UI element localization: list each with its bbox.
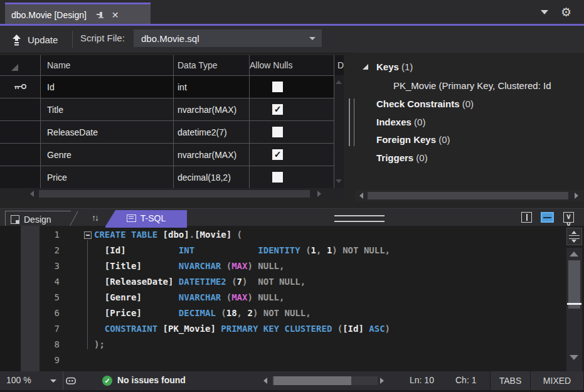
- cell-name[interactable]: ReleaseDate: [41, 121, 174, 143]
- cell-name[interactable]: Genre: [41, 144, 174, 166]
- line-number: 3: [40, 261, 60, 271]
- cell-data-type[interactable]: nvarchar(MAX): [174, 98, 250, 120]
- allow-nulls-checkbox[interactable]: ✓: [272, 149, 283, 160]
- split-horizontal-icon[interactable]: [541, 212, 554, 223]
- status-message: No issues found: [117, 375, 186, 385]
- line-number: 7: [40, 324, 60, 334]
- row-header[interactable]: [0, 144, 41, 166]
- cell-allow-nulls: [250, 121, 334, 143]
- scroll-right-icon[interactable]: [317, 191, 321, 197]
- ctx-group-check-constraints[interactable]: Check Constraints (0): [376, 98, 474, 109]
- cell-data-type[interactable]: nvarchar(MAX): [174, 144, 250, 166]
- grid-row-price[interactable]: Pricedecimal(18,2): [0, 166, 344, 189]
- ctx-item-pk_movie[interactable]: PK_Movie (Primary Key, Clustered: Id: [393, 80, 551, 91]
- status-horizontal-scrollbar[interactable]: [272, 376, 378, 385]
- update-button[interactable]: Update: [11, 31, 58, 48]
- tab-dbo-movie-design[interactable]: dbo.Movie [Design] ✕: [5, 3, 151, 26]
- ctx-group-triggers[interactable]: Triggers (0): [376, 152, 428, 163]
- row-header[interactable]: [0, 98, 41, 120]
- close-icon[interactable]: ✕: [112, 11, 119, 19]
- no-issues-check-icon[interactable]: ✓: [102, 376, 112, 386]
- select-all-corner[interactable]: [0, 55, 41, 75]
- split-vertical-icon[interactable]: [521, 212, 532, 223]
- cell-name[interactable]: Price: [41, 166, 174, 188]
- ctx-group-indexes[interactable]: Indexes (0): [376, 117, 425, 127]
- code-text: CONSTRAINT [PK_Movie] PRIMARY KEY CLUSTE…: [94, 324, 390, 334]
- primary-key-icon[interactable]: [0, 76, 41, 98]
- tab-list-dropdown-icon[interactable]: [541, 10, 548, 14]
- grid-row-genre[interactable]: Genrenvarchar(MAX)✓: [0, 144, 344, 166]
- tsql-code-editor[interactable]: 1CREATE TABLE [dbo].[Movie] (2 [Id] INT …: [0, 226, 584, 371]
- scrollbar-thumb[interactable]: [568, 260, 580, 309]
- allow-nulls-checkbox[interactable]: ✓: [272, 104, 283, 115]
- cell-data-type[interactable]: int: [174, 76, 250, 98]
- editor-split-handle[interactable]: [566, 228, 582, 245]
- grid-vertical-scrollbar[interactable]: [334, 75, 344, 188]
- line-number: 4: [40, 277, 60, 287]
- copilot-status-icon[interactable]: [65, 376, 77, 388]
- scroll-left-icon[interactable]: [359, 193, 363, 199]
- grid-row-releasedate[interactable]: ReleaseDatedatetime2(7): [0, 121, 344, 144]
- line-number: 8: [40, 339, 60, 349]
- tabs-mode-indicator[interactable]: TABS: [490, 371, 530, 390]
- allow-nulls-checkbox[interactable]: [272, 172, 283, 183]
- allow-nulls-checkbox[interactable]: [272, 127, 283, 137]
- designer-window: dbo.Movie [Design] ✕ ⚙ Update Script: [0, 0, 584, 392]
- tab-design[interactable]: Design: [5, 211, 71, 227]
- grid-row-title[interactable]: Titlenvarchar(MAX)✓: [0, 98, 344, 121]
- scroll-right-icon[interactable]: [380, 378, 384, 384]
- line-ending-indicator[interactable]: MIXED: [530, 371, 584, 390]
- column-header-name[interactable]: Name: [41, 55, 174, 75]
- grid-row-id[interactable]: Idint: [0, 76, 344, 98]
- column-header-allow-nulls[interactable]: Allow Nulls: [250, 55, 334, 75]
- allow-nulls-checkbox[interactable]: [272, 82, 283, 92]
- script-file-combobox[interactable]: dbo.Movie.sql: [134, 29, 322, 47]
- scroll-up-icon[interactable]: [570, 252, 578, 257]
- context-horizontal-scrollbar[interactable]: [355, 190, 583, 201]
- tab-tsql[interactable]: T-SQL: [105, 210, 187, 226]
- script-file-label: Script File:: [80, 33, 125, 43]
- scroll-right-icon[interactable]: [575, 193, 578, 199]
- zoom-combobox[interactable]: 100 %: [0, 371, 63, 390]
- cell-name[interactable]: Title: [41, 98, 174, 120]
- scroll-down-icon[interactable]: [570, 355, 578, 360]
- column-header-data-type[interactable]: Data Type: [174, 55, 250, 75]
- horizontal-splitter-grip[interactable]: [334, 215, 385, 222]
- code-fold-collapse-icon[interactable]: [84, 231, 92, 239]
- scroll-up-icon[interactable]: [336, 80, 342, 84]
- line-number: 6: [40, 308, 60, 318]
- code-text: [Genre] NVARCHAR (MAX) NULL,: [94, 292, 284, 302]
- code-line-9[interactable]: 9: [0, 355, 584, 371]
- chevron-down-icon: [50, 379, 56, 383]
- expander-icon[interactable]: [363, 64, 368, 70]
- grid-horizontal-scrollbar[interactable]: [0, 188, 344, 199]
- scrollbar-thumb[interactable]: [368, 192, 568, 199]
- collapse-pane-icon[interactable]: ∨∨: [563, 212, 574, 223]
- column-indicator: Ch: 1: [455, 375, 476, 385]
- line-number: 1: [40, 230, 60, 240]
- scroll-left-icon[interactable]: [30, 191, 34, 197]
- code-text: [ReleaseDate] DATETIME2 (7) NOT NULL,: [94, 277, 305, 287]
- scroll-down-icon[interactable]: [336, 179, 342, 183]
- cell-data-type[interactable]: datetime2(7): [174, 121, 250, 143]
- ctx-group-keys[interactable]: Keys (1): [376, 61, 413, 72]
- script-file-value: dbo.Movie.sql: [141, 33, 199, 44]
- scrollbar-thumb[interactable]: [39, 190, 310, 198]
- column-header-default[interactable]: D: [334, 55, 344, 75]
- scrollbar-thumb[interactable]: [273, 376, 351, 385]
- columns-grid: Name Data Type Allow Nulls D IdintTitlen…: [0, 55, 344, 188]
- line-number: 2: [40, 245, 60, 255]
- pin-icon[interactable]: [95, 11, 104, 19]
- scroll-left-icon[interactable]: [263, 378, 267, 384]
- gear-icon[interactable]: ⚙: [561, 5, 571, 19]
- row-header[interactable]: [0, 166, 41, 188]
- row-header[interactable]: [0, 121, 41, 143]
- cell-data-type[interactable]: decimal(18,2): [174, 166, 250, 188]
- code-text: CREATE TABLE [dbo].[Movie] (: [94, 230, 242, 240]
- sync-arrows-icon[interactable]: ↑↓: [92, 213, 98, 223]
- cell-name[interactable]: Id: [41, 76, 174, 98]
- ctx-group-foreign-keys[interactable]: Foreign Keys (0): [376, 134, 450, 145]
- design-view-icon: [11, 215, 19, 224]
- line-indicator: Ln: 10: [410, 375, 434, 385]
- status-bar: 100 % ✓ No issues found Ln: 10 Ch: 1 TAB…: [0, 371, 584, 390]
